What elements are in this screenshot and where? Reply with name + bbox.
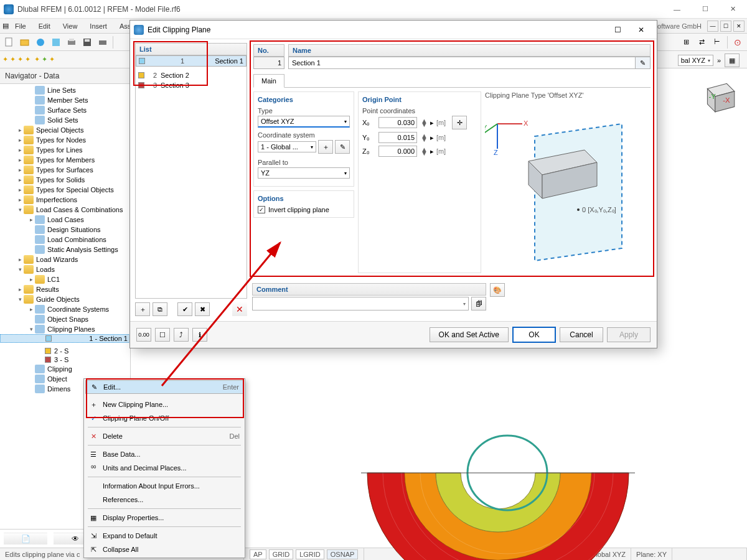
ctx-expand[interactable]: ⇲Expand to Default — [85, 529, 243, 543]
tool-a-icon[interactable]: ⊞ — [679, 35, 693, 49]
tree-member-sets[interactable]: Member Sets — [47, 96, 88, 104]
save-icon[interactable] — [80, 35, 94, 49]
y0-input[interactable]: 0.015 — [378, 132, 417, 143]
list-row-3[interactable]: 3 Section 3 — [136, 80, 247, 90]
menu-view[interactable]: View — [57, 21, 84, 32]
apply-button[interactable]: Apply — [607, 327, 651, 342]
section-list[interactable]: 1 Section 1 2 Section 2 3 Section 3 — [135, 55, 247, 299]
tree-load-wizards[interactable]: Load Wizards — [36, 256, 78, 263]
tree-surface-sets[interactable]: Surface Sets — [47, 106, 87, 114]
parallel-select[interactable]: YZ▾ — [258, 167, 350, 179]
list-row-1[interactable]: 1 Section 1 — [136, 55, 247, 67]
tree-clipping-group[interactable]: Clipping — [47, 365, 72, 373]
list-copy-icon[interactable]: ⧉ — [153, 302, 167, 316]
tree-object-snaps[interactable]: Object Snaps — [47, 315, 88, 323]
dialog-close-button[interactable]: ✕ — [629, 22, 653, 38]
snap-lgrid[interactable]: LGRID — [296, 549, 324, 559]
cancel-button[interactable]: Cancel — [560, 327, 603, 342]
tree-line-sets[interactable]: Line Sets — [47, 86, 76, 94]
print-icon[interactable] — [65, 35, 78, 49]
help-icon[interactable]: ℹ — [192, 328, 207, 342]
tab-main[interactable]: Main — [253, 74, 284, 88]
snap-grid[interactable]: GRID — [269, 549, 294, 559]
menu-insert[interactable]: Insert — [83, 21, 113, 32]
ctx-base-data[interactable]: ☰Base Data... — [85, 447, 243, 461]
ctx-toggle[interactable]: ✓Clipping Plane On/Off — [85, 411, 243, 425]
tree-special-objects[interactable]: Special Objects — [36, 126, 83, 134]
name-input[interactable]: Section 1 — [289, 57, 635, 68]
tree-section-2[interactable]: 2 - S — [54, 347, 68, 355]
tree-dimensions[interactable]: Dimens — [47, 385, 70, 393]
tree-load-combinations[interactable]: Load Combinations — [47, 236, 106, 243]
snap-ap[interactable]: AP — [250, 549, 266, 559]
ctx-new[interactable]: ＋New Clipping Plane... — [85, 398, 243, 411]
mdi-close-icon[interactable]: ✕ — [733, 21, 745, 32]
list-exclude-icon[interactable]: ✖ — [195, 302, 210, 316]
menu-file[interactable]: File — [9, 21, 32, 32]
tree-lc1[interactable]: LC1 — [47, 276, 60, 283]
type-select[interactable]: Offset XYZ▾ — [258, 116, 350, 128]
tree-solid-sets[interactable]: Solid Sets — [47, 116, 78, 124]
tree-loads[interactable]: Loads — [36, 266, 55, 273]
wizard4-icon[interactable]: ✦ — [25, 55, 31, 63]
orientation-cube-icon[interactable]: -Y -X — [700, 77, 738, 116]
wizard3-icon[interactable]: ✦ — [17, 55, 23, 63]
tree-clipping-planes[interactable]: Clipping Planes — [47, 325, 95, 333]
target-icon[interactable]: ⊙ — [731, 35, 745, 49]
menu-edit[interactable]: Edit — [32, 21, 57, 32]
z0-input[interactable]: 0.000 — [378, 146, 417, 157]
tree-types-members[interactable]: Types for Members — [36, 156, 95, 164]
new-file-icon[interactable] — [2, 35, 16, 49]
invert-checkbox[interactable]: ✓ Invert clipping plane — [258, 206, 350, 213]
cs-more-icon[interactable]: » — [717, 57, 721, 64]
list-new-icon[interactable]: ＋ — [135, 302, 150, 316]
list-row-2[interactable]: 2 Section 2 — [136, 70, 247, 80]
maximize-button[interactable]: ☐ — [691, 1, 719, 18]
block-icon[interactable] — [49, 35, 63, 49]
tree-design-situations[interactable]: Design Situations — [47, 226, 101, 233]
ctx-info[interactable]: Information About Input Errors... — [85, 479, 243, 493]
tree-types-lines[interactable]: Types for Lines — [36, 146, 83, 154]
tree-static-analysis[interactable]: Static Analysis Settings — [47, 246, 118, 253]
wizard5-icon[interactable]: ✦ — [34, 55, 40, 63]
ctx-refs[interactable]: References... — [85, 493, 243, 506]
color-picker-icon[interactable]: 🎨 — [490, 283, 505, 297]
tree-types-surfaces[interactable]: Types for Surfaces — [36, 166, 93, 174]
cs-new-icon[interactable]: ＋ — [318, 140, 333, 154]
pick-point-icon[interactable]: ✛ — [452, 116, 467, 129]
nav-tab-data-icon[interactable]: 📄 — [4, 533, 47, 545]
system-menu-icon[interactable]: ▤ — [2, 22, 9, 30]
tree-load-cases-combo[interactable]: Load Cases & Combinations — [36, 206, 123, 213]
ctx-edit[interactable]: ✎Edit...Enter — [85, 380, 243, 394]
tree-object-more[interactable]: Object — [47, 375, 67, 383]
comment-input[interactable]: ▾ — [252, 297, 469, 310]
cs-combo[interactable]: bal XYZ▾ — [678, 55, 713, 66]
sync-icon[interactable] — [34, 35, 47, 49]
ctx-collapse[interactable]: ⇱Collapse All — [85, 543, 243, 556]
tree-section-3[interactable]: 3 - S — [54, 356, 68, 363]
ctx-units[interactable]: ⁰⁰Units and Decimal Places... — [85, 461, 243, 475]
x0-input[interactable]: 0.030 — [378, 117, 417, 128]
tool-c-icon[interactable]: ⊢ — [710, 35, 724, 49]
units-icon[interactable]: 0.00 — [136, 328, 151, 342]
comment-library-icon[interactable]: 🗐 — [471, 297, 486, 310]
ctx-display-props[interactable]: ▦Display Properties... — [85, 511, 243, 525]
tree-types-special[interactable]: Types for Special Objects — [36, 186, 114, 194]
list-delete-icon[interactable]: ✕ — [232, 302, 247, 316]
open-file-icon[interactable] — [18, 35, 32, 49]
tree-load-cases[interactable]: Load Cases — [47, 216, 84, 223]
print2-icon[interactable] — [96, 35, 110, 49]
wizard1-icon[interactable]: ✦ — [2, 55, 8, 63]
ok-button[interactable]: OK — [512, 327, 556, 343]
wizard7-icon[interactable]: ✦ — [49, 55, 55, 63]
palette-icon[interactable]: ▦ — [725, 54, 740, 67]
wizard6-icon[interactable]: ✦ — [42, 55, 47, 63]
view-icon[interactable]: ☐ — [155, 328, 170, 342]
tree-section-1[interactable]: 1 - Section 1 — [89, 335, 128, 342]
minimize-button[interactable]: — — [663, 1, 691, 18]
tree-coord-systems[interactable]: Coordinate Systems — [47, 306, 109, 313]
no-input[interactable]: 1 — [253, 57, 284, 69]
ctx-delete[interactable]: ✕DeleteDel — [85, 429, 243, 443]
tree-results[interactable]: Results — [36, 286, 59, 293]
tree-types-nodes[interactable]: Types for Nodes — [36, 136, 86, 144]
